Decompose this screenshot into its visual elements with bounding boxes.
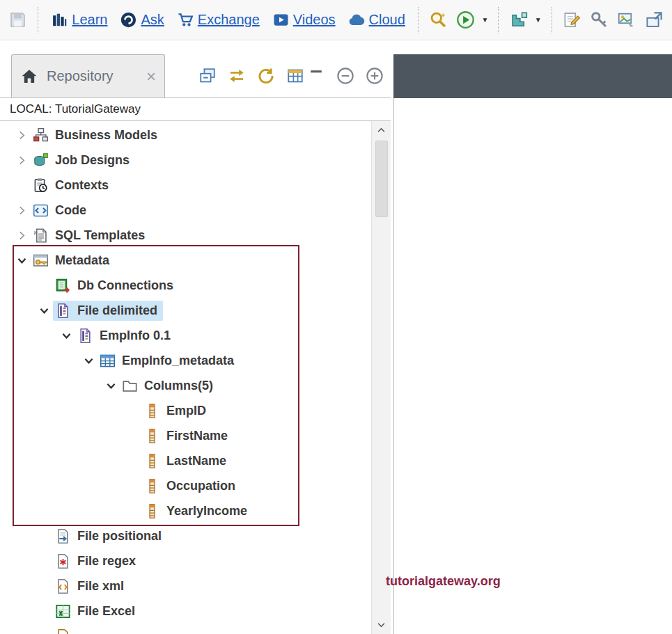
dropdown-caret-icon[interactable]: ▼ [535, 16, 542, 24]
toolbar-link-exchange[interactable]: Exchange [177, 11, 260, 29]
tree-item-label: FirstName [166, 429, 228, 443]
file-excel-icon [55, 603, 71, 619]
tree-item-label: Job Designs [55, 153, 130, 168]
minimize-icon[interactable] [306, 65, 327, 86]
tree-item-label: File xml [77, 579, 124, 594]
chevron-down-icon[interactable] [57, 332, 75, 340]
chevron-right-icon[interactable] [13, 230, 31, 241]
repository-tree: Business ModelsJob DesignsContextsCodeSQ… [0, 121, 371, 634]
chevron-right-icon[interactable] [13, 155, 31, 166]
tree-item-job-designs[interactable]: Job Designs [0, 148, 371, 173]
tree-item-label: YearlyIncome [166, 504, 247, 518]
tree-item-empinfo-metadata[interactable]: EmpInfo_metadata [0, 348, 371, 373]
expand-circle-icon[interactable] [364, 65, 385, 86]
chevron-right-icon[interactable] [13, 130, 31, 141]
learn-icon [51, 11, 68, 29]
metadata-icon [33, 253, 49, 269]
tree-item-label: File positional [77, 529, 162, 544]
editor-panel-header [393, 54, 672, 98]
window-buttons [306, 65, 385, 86]
run-icon[interactable] [453, 8, 478, 33]
collapse-all-icon[interactable] [197, 65, 218, 86]
toolbar-separator [38, 7, 38, 33]
tree-item-label: File regex [77, 554, 136, 569]
chevron-down-icon[interactable] [79, 357, 97, 365]
tree-item-label: Contexts [55, 178, 109, 193]
save-icon [6, 8, 30, 33]
scroll-down-icon[interactable] [377, 616, 386, 634]
tree-item-columns-5[interactable]: Columns(5) [0, 373, 371, 398]
key-icon[interactable] [587, 8, 611, 33]
export-image-icon[interactable] [614, 8, 639, 33]
refresh-icon[interactable] [256, 65, 276, 86]
cloud-icon [348, 11, 366, 29]
tree-item-label: Code [55, 203, 86, 218]
tree-item-sql-templates[interactable]: SQL Templates [0, 223, 371, 248]
tree-item-empinfo-0-1[interactable]: EmpInfo 0.1 [0, 323, 371, 348]
table-icon [100, 353, 116, 369]
content-area: Repository × LOCAL: TutorialGateway Busi… [0, 54, 672, 634]
search-icon[interactable] [426, 8, 451, 33]
talend-window: LearnAskExchangeVideosCloud▼▼ Repository… [0, 0, 672, 634]
tree-item-file-positional[interactable]: File positional [0, 523, 371, 548]
tree-item-label: SQL Templates [55, 228, 145, 243]
collapse-circle-icon[interactable] [335, 65, 356, 86]
editor-panel-body: tutorialgateway.org [393, 98, 672, 634]
tree-item-db-connections[interactable]: Db Connections [0, 273, 371, 298]
chevron-down-icon[interactable] [35, 307, 53, 315]
layers-icon[interactable] [506, 8, 531, 33]
scroll-up-icon[interactable] [377, 121, 386, 139]
sql-templates-icon [33, 228, 49, 244]
link-ask[interactable]: Ask [141, 12, 164, 28]
toolbar-link-ask[interactable]: Ask [120, 11, 164, 29]
tree-item-yearlyincome[interactable]: YearlyIncome [0, 498, 371, 523]
grid-view-icon[interactable] [285, 65, 306, 86]
tree-item-occupation[interactable]: Occupation [0, 473, 371, 498]
toolbar-link-videos[interactable]: Videos [272, 11, 336, 29]
tree-item-label: Business Models [55, 128, 157, 143]
tree-item-business-models[interactable]: Business Models [0, 122, 371, 148]
tree-scrollbar[interactable] [371, 121, 391, 634]
contexts-icon [33, 177, 49, 193]
edit-icon[interactable] [560, 8, 584, 33]
toolbar-separator [552, 7, 552, 33]
file-regex-icon [55, 553, 71, 569]
toolbar-link-cloud[interactable]: Cloud [348, 11, 405, 29]
close-icon[interactable]: × [146, 68, 156, 85]
tab-repository-label: Repository [47, 68, 114, 84]
repository-panel-header: Repository × [0, 54, 391, 98]
tree-item-metadata[interactable]: Metadata [0, 248, 371, 273]
chevron-right-icon[interactable] [13, 205, 31, 216]
dropdown-caret-icon[interactable]: ▼ [482, 16, 489, 24]
tree-wrap: Business ModelsJob DesignsContextsCodeSQ… [0, 121, 391, 634]
link-cloud[interactable]: Cloud [369, 12, 405, 28]
tree-item-firstname[interactable]: FirstName [0, 423, 371, 448]
column-icon [144, 403, 160, 419]
tree-item-label: File delimited [77, 303, 157, 318]
scrollbar-thumb[interactable] [375, 141, 388, 217]
repository-panel: Repository × LOCAL: TutorialGateway Busi… [0, 54, 391, 634]
tree-item-label: Metadata [55, 253, 109, 268]
toolbar-link-learn[interactable]: Learn [51, 11, 107, 29]
tree-item-code[interactable]: Code [0, 198, 371, 223]
tree-item-partial[interactable] [0, 624, 371, 634]
chevron-down-icon[interactable] [13, 257, 31, 264]
tree-item-empid[interactable]: EmpID [0, 398, 371, 423]
tree-item-file-regex[interactable]: File regex [0, 548, 371, 573]
link-learn[interactable]: Learn [72, 12, 107, 28]
tree-item-file-xml[interactable]: File xml [0, 573, 371, 599]
import-icon[interactable] [642, 8, 666, 33]
sync-arrows-icon[interactable] [226, 65, 247, 86]
link-exchange[interactable]: Exchange [198, 12, 260, 28]
chevron-down-icon[interactable] [102, 382, 120, 390]
file-positional-icon [55, 528, 71, 544]
tree-item-lastname[interactable]: LastName [0, 448, 371, 473]
tree-item-contexts[interactable]: Contexts [0, 173, 371, 198]
file-generic-icon [55, 628, 71, 634]
tree-item-file-delimited[interactable]: File delimited [0, 298, 371, 323]
column-icon [144, 478, 160, 494]
tab-repository[interactable]: Repository × [11, 54, 165, 97]
tree-item-label: EmpInfo_metadata [122, 354, 234, 368]
tree-item-file-excel[interactable]: File Excel [0, 599, 371, 624]
link-videos[interactable]: Videos [293, 12, 336, 28]
